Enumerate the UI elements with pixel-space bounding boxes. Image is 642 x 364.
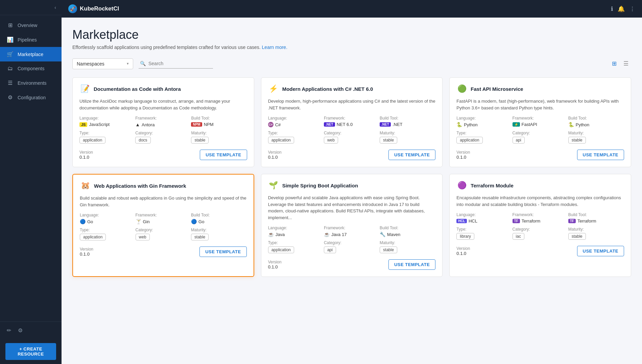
type-meta: Type: application bbox=[268, 240, 324, 253]
main-wrap: 🚀 KubeRocketCI ℹ 🔔 ⋮ Marketplace Effortl… bbox=[62, 0, 642, 364]
list-view-button[interactable]: ☰ bbox=[621, 58, 631, 69]
use-template-button-doc-antora[interactable]: USE TEMPLATE bbox=[200, 150, 247, 160]
collapse-icon[interactable]: ‹ bbox=[54, 5, 56, 10]
sidebar-bottom: ✏ ⚙ bbox=[0, 321, 62, 339]
category-meta: Category: web bbox=[136, 228, 191, 240]
category-meta: Category: api bbox=[324, 240, 380, 253]
card-icon: 🟢 bbox=[456, 84, 467, 93]
type-meta: Type: application bbox=[456, 131, 512, 144]
components-icon: 🗂 bbox=[7, 66, 14, 72]
chevron-down-icon: ▾ bbox=[127, 61, 129, 66]
use-template-button-terraform[interactable]: USE TEMPLATE bbox=[577, 246, 624, 256]
sidebar-nav: ⊞ Overview📊 Pipelines🛒 Marketplace🗂 Comp… bbox=[0, 15, 62, 321]
card-icon: 📝 bbox=[79, 84, 90, 93]
card-grid: 📝 Documentation as Code with Antora Util… bbox=[72, 77, 631, 277]
info-icon[interactable]: ℹ bbox=[611, 5, 613, 12]
namespace-label: Namespaces bbox=[77, 61, 104, 67]
build-tool-meta: Build Tool: 🐍Python bbox=[568, 116, 624, 127]
card-description: FastAPI is a modern, fast (high-performa… bbox=[456, 98, 624, 111]
sidebar-item-label: Components bbox=[18, 66, 44, 71]
language-meta: Language: C#C# bbox=[268, 116, 324, 127]
build-tool-meta: Build Tool: 🔧Maven bbox=[380, 226, 435, 237]
card-meta: Language: C#C# Framework: .NETNET 6.0 Bu… bbox=[268, 116, 436, 144]
namespace-select[interactable]: Namespaces ▾ bbox=[72, 58, 133, 69]
card-title: Fast API Microservice bbox=[471, 86, 523, 92]
card-description: Develop powerful and scalable Java appli… bbox=[268, 194, 436, 221]
environments-icon: ☰ bbox=[7, 80, 14, 86]
framework-meta: Framework: ▲Antora bbox=[135, 116, 191, 127]
maturity-meta: Maturity: stable bbox=[380, 240, 435, 253]
overview-icon: ⊞ bbox=[7, 22, 14, 28]
main-content: Marketplace Effortlessly scaffold applic… bbox=[62, 18, 642, 364]
card-title: Modern Applications with C# .NET 6.0 bbox=[282, 86, 373, 92]
card-footer: Version 0.1.0 USE TEMPLATE bbox=[268, 259, 436, 270]
sidebar-item-overview[interactable]: ⊞ Overview bbox=[0, 18, 62, 32]
sidebar-item-components[interactable]: 🗂 Components bbox=[0, 61, 62, 76]
sidebar-item-label: Pipelines bbox=[18, 37, 37, 43]
card-csharp-net: ⚡ Modern Applications with C# .NET 6.0 D… bbox=[261, 77, 443, 167]
card-footer: Version 0.1.0 USE TEMPLATE bbox=[80, 246, 247, 257]
card-description: Utilize the AsciiDoc markup language to … bbox=[79, 98, 247, 111]
card-meta: Language: ☕Java Framework: ☕Java 17 Buil… bbox=[268, 226, 436, 253]
page-subtitle: Effortlessly scaffold applications using… bbox=[72, 45, 631, 50]
create-resource-button[interactable]: + CREATE RESOURCE bbox=[5, 343, 56, 360]
card-description: Build scalable and robust web applicatio… bbox=[80, 195, 247, 208]
logo-icon: 🚀 bbox=[68, 4, 77, 13]
build-tool-meta: Build Tool: TFTerraform bbox=[568, 212, 624, 224]
topbar: 🚀 KubeRocketCI ℹ 🔔 ⋮ bbox=[62, 0, 642, 18]
card-header: 🐹 Web Applications with Gin Framework bbox=[80, 181, 247, 190]
use-template-button-gin-framework[interactable]: USE TEMPLATE bbox=[199, 246, 246, 257]
sidebar-item-label: Configuration bbox=[18, 95, 46, 100]
card-description: Encapsulate reusable infrastructure comp… bbox=[456, 194, 624, 208]
edit-icon[interactable]: ✏ bbox=[5, 326, 13, 335]
category-meta: Category: iac bbox=[513, 227, 568, 240]
learn-more-link[interactable]: Learn more. bbox=[262, 45, 287, 50]
sidebar-item-configuration[interactable]: ⚙ Configuration bbox=[0, 90, 62, 105]
use-template-button-spring-boot[interactable]: USE TEMPLATE bbox=[388, 259, 435, 270]
card-title: Simple Spring Boot Application bbox=[282, 183, 358, 188]
framework-meta: Framework: ☕Java 17 bbox=[324, 226, 380, 237]
view-toggle: ⊞ ☰ bbox=[609, 58, 631, 69]
sidebar-item-label: Overview bbox=[18, 23, 37, 28]
framework-meta: Framework: TFTerraform bbox=[513, 212, 568, 224]
category-meta: Category: api bbox=[513, 131, 568, 144]
sidebar-toggle[interactable]: ‹ bbox=[0, 0, 62, 15]
maturity-meta: Maturity: stable bbox=[191, 228, 247, 240]
build-tool-meta: Build Tool: .NET.NET bbox=[380, 116, 435, 127]
language-meta: Language: ☕Java bbox=[268, 226, 324, 237]
sidebar-item-environments[interactable]: ☰ Environments bbox=[0, 76, 62, 90]
language-meta: Language: 🔵Go bbox=[80, 213, 136, 224]
language-meta: Language: 🐍Python bbox=[456, 116, 512, 127]
more-icon[interactable]: ⋮ bbox=[629, 5, 635, 12]
card-meta: Language: HCLHCL Framework: TFTerraform … bbox=[456, 212, 624, 240]
search-input[interactable] bbox=[148, 61, 209, 66]
card-footer: Version 0.1.0 USE TEMPLATE bbox=[456, 150, 624, 160]
use-template-button-csharp-net[interactable]: USE TEMPLATE bbox=[388, 150, 435, 160]
maturity-meta: Maturity: stable bbox=[380, 131, 435, 144]
card-terraform: 🟣 Terraform Module Encapsulate reusable … bbox=[449, 174, 631, 277]
card-description: Develop modern, high-performance applica… bbox=[268, 98, 436, 111]
topbar-actions: ℹ 🔔 ⋮ bbox=[611, 5, 635, 12]
marketplace-icon: 🛒 bbox=[7, 51, 14, 57]
sidebar-item-pipelines[interactable]: 📊 Pipelines bbox=[0, 32, 62, 47]
sidebar-item-marketplace[interactable]: 🛒 Marketplace bbox=[0, 47, 62, 61]
card-doc-antora: 📝 Documentation as Code with Antora Util… bbox=[72, 77, 254, 167]
card-footer: Version 0.1.0 USE TEMPLATE bbox=[268, 150, 436, 160]
sidebar-item-label: Environments bbox=[18, 80, 47, 86]
card-gin-framework: 🐹 Web Applications with Gin Framework Bu… bbox=[72, 174, 254, 277]
card-icon: ⚡ bbox=[268, 84, 279, 93]
card-meta: Language: 🐍Python Framework: ⚡FastAPI Bu… bbox=[456, 116, 624, 144]
grid-view-button[interactable]: ⊞ bbox=[609, 58, 619, 69]
card-header: 🌱 Simple Spring Boot Application bbox=[268, 181, 436, 190]
maturity-meta: Maturity: stable bbox=[568, 131, 624, 144]
category-meta: Category: docs bbox=[135, 131, 191, 144]
settings-icon[interactable]: ⚙ bbox=[17, 326, 24, 335]
bell-icon[interactable]: 🔔 bbox=[618, 5, 625, 12]
type-meta: Type: application bbox=[268, 131, 324, 144]
card-title: Terraform Module bbox=[471, 183, 513, 188]
card-title: Web Applications with Gin Framework bbox=[94, 183, 186, 189]
filter-bar: Namespaces ▾ 🔍 ⊞ ☰ bbox=[72, 58, 631, 69]
page-title: Marketplace bbox=[72, 28, 631, 42]
card-meta: Language: JSJavaScript Framework: ▲Antor… bbox=[79, 116, 247, 144]
use-template-button-fastapi[interactable]: USE TEMPLATE bbox=[577, 150, 624, 160]
